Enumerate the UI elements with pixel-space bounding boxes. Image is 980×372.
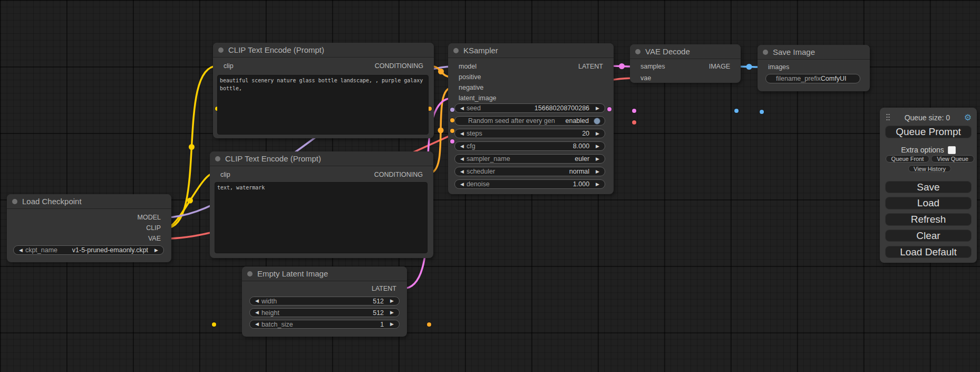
node-title: Save Image <box>773 47 815 56</box>
node-graph-canvas[interactable]: CLIP Text Encode (Prompt) clip CONDITION… <box>0 0 980 372</box>
sampler-name-widget[interactable]: ◀ sampler_name euler ▶ <box>454 154 605 164</box>
latent-output-port[interactable] <box>607 107 612 111</box>
node-header[interactable]: KSampler <box>448 43 614 58</box>
node-title: Load Checkpoint <box>22 197 82 206</box>
extra-options-label: Extra options <box>901 146 944 154</box>
increment-arrow-icon[interactable]: ▶ <box>594 106 601 111</box>
collapse-dot-icon[interactable] <box>247 271 253 276</box>
settings-gear-icon[interactable]: ⚙ <box>964 113 972 122</box>
node-ksampler[interactable]: KSampler model LATENT positive negative … <box>448 43 614 194</box>
cfg-widget[interactable]: ◀ cfg 8.000 ▶ <box>454 141 605 151</box>
clear-button[interactable]: Clear <box>885 230 972 242</box>
increment-arrow-icon[interactable]: ▶ <box>594 131 601 136</box>
random-seed-toggle-widget[interactable]: Random seed after every gen enabled <box>454 116 605 126</box>
load-button[interactable]: Load <box>885 197 972 209</box>
widget-label: sampler_name <box>465 155 510 163</box>
node-save-image[interactable]: Save Image images filename_prefix ComfyU… <box>758 45 870 91</box>
widget-value: 20 <box>582 130 594 137</box>
save-button[interactable]: Save <box>885 181 972 193</box>
collapse-dot-icon[interactable] <box>453 48 459 53</box>
collapse-dot-icon[interactable] <box>12 199 17 204</box>
image-output-port[interactable] <box>734 109 739 113</box>
refresh-button[interactable]: Refresh <box>885 213 972 226</box>
model-input-port[interactable] <box>450 108 454 112</box>
node-header[interactable]: CLIP Text Encode (Prompt) <box>213 43 434 58</box>
node-empty-latent-image[interactable]: Empty Latent Image LATENT ◀ width 512 ▶ … <box>242 266 407 337</box>
widget-label: denoise <box>465 180 490 188</box>
node-header[interactable]: Empty Latent Image <box>242 266 407 281</box>
decrement-arrow-icon[interactable]: ◀ <box>459 131 465 136</box>
drag-handle-icon[interactable] <box>886 114 890 122</box>
ckpt-name-widget[interactable]: ◀ ckpt_name v1-5-pruned-emaonly.ckpt ▶ <box>13 245 164 255</box>
decrement-arrow-icon[interactable]: ◀ <box>17 248 24 253</box>
decrement-arrow-icon[interactable]: ◀ <box>459 169 465 174</box>
clip-input-port[interactable] <box>212 322 216 327</box>
widget-value: normal <box>569 168 594 175</box>
positive-prompt-textarea[interactable]: beautiful scenery nature glass bottle la… <box>217 75 429 135</box>
decrement-arrow-icon[interactable]: ◀ <box>459 157 465 161</box>
increment-arrow-icon[interactable]: ▶ <box>594 169 601 174</box>
output-slot-label: LATENT <box>372 285 400 292</box>
widget-label: seed <box>465 104 481 112</box>
decrement-arrow-icon[interactable]: ◀ <box>254 299 260 303</box>
decrement-arrow-icon[interactable]: ◀ <box>459 182 465 187</box>
queue-prompt-button[interactable]: Queue Prompt <box>885 126 972 138</box>
node-header[interactable]: Save Image <box>758 45 870 60</box>
widget-value: v1-5-pruned-emaonly.ckpt <box>72 246 153 254</box>
increment-arrow-icon[interactable]: ▶ <box>594 182 601 187</box>
node-load-checkpoint[interactable]: Load Checkpoint MODEL CLIP VAE ◀ ckpt_na… <box>7 194 171 262</box>
widget-value: euler <box>575 155 594 163</box>
filename-prefix-widget[interactable]: filename_prefix ComfyUI <box>765 74 860 83</box>
widget-value: 512 <box>373 309 389 317</box>
view-queue-button[interactable]: View Queue <box>931 155 974 163</box>
collapse-dot-icon[interactable] <box>635 49 641 54</box>
increment-arrow-icon[interactable]: ▶ <box>389 322 395 327</box>
view-history-button[interactable]: View History <box>908 165 951 172</box>
collapse-dot-icon[interactable] <box>215 156 220 161</box>
toggle-on-icon[interactable] <box>594 118 600 125</box>
collapse-dot-icon[interactable] <box>218 47 224 53</box>
link-midpoint-dot <box>746 64 752 70</box>
conditioning-output-port[interactable] <box>427 322 431 327</box>
node-header[interactable]: CLIP Text Encode (Prompt) <box>210 151 433 166</box>
node-header[interactable]: VAE Decode <box>630 44 741 59</box>
increment-arrow-icon[interactable]: ▶ <box>389 310 395 315</box>
widget-label: batch_size <box>260 321 293 328</box>
width-widget[interactable]: ◀ width 512 ▶ <box>249 297 400 306</box>
load-default-button[interactable]: Load Default <box>885 246 972 258</box>
increment-arrow-icon[interactable]: ▶ <box>153 248 160 253</box>
input-slot-label: positive <box>455 73 481 81</box>
samples-input-port[interactable] <box>632 109 636 113</box>
latent-image-input-port[interactable] <box>450 139 454 144</box>
batch-size-widget[interactable]: ◀ batch_size 1 ▶ <box>249 320 400 329</box>
denoise-widget[interactable]: ◀ denoise 1.000 ▶ <box>454 179 605 189</box>
increment-arrow-icon[interactable]: ▶ <box>389 299 395 303</box>
collapse-dot-icon[interactable] <box>763 50 768 55</box>
steps-widget[interactable]: ◀ steps 20 ▶ <box>454 129 605 138</box>
increment-arrow-icon[interactable]: ▶ <box>594 144 601 149</box>
height-widget[interactable]: ◀ height 512 ▶ <box>249 308 400 317</box>
extra-options-checkbox[interactable] <box>948 146 956 154</box>
queue-front-button[interactable]: Queue Front <box>886 155 929 163</box>
widget-label: ckpt_name <box>24 246 57 254</box>
node-header[interactable]: Load Checkpoint <box>7 194 171 209</box>
negative-input-port[interactable] <box>450 129 454 133</box>
positive-input-port[interactable] <box>450 118 454 122</box>
decrement-arrow-icon[interactable]: ◀ <box>459 144 465 149</box>
scheduler-widget[interactable]: ◀ scheduler normal ▶ <box>454 167 605 176</box>
output-slot-label: IMAGE <box>709 63 733 70</box>
seed-widget[interactable]: ◀ seed 156680208700286 ▶ <box>454 103 605 113</box>
vae-input-port[interactable] <box>632 120 636 125</box>
node-clip-text-encode-negative[interactable]: CLIP Text Encode (Prompt) clip CONDITION… <box>210 151 433 258</box>
decrement-arrow-icon[interactable]: ◀ <box>459 106 465 111</box>
decrement-arrow-icon[interactable]: ◀ <box>254 310 260 315</box>
negative-prompt-textarea[interactable]: text, watermark <box>215 182 428 253</box>
increment-arrow-icon[interactable]: ▶ <box>594 157 601 161</box>
decrement-arrow-icon[interactable]: ◀ <box>254 322 260 327</box>
node-vae-decode[interactable]: VAE Decode samples IMAGE vae <box>630 44 741 83</box>
images-input-port[interactable] <box>760 110 764 114</box>
link-midpoint-dot <box>619 63 625 69</box>
input-slot-label: latent_image <box>455 94 497 102</box>
output-slot-label: CONDITIONING <box>375 62 426 70</box>
node-clip-text-encode-positive[interactable]: CLIP Text Encode (Prompt) clip CONDITION… <box>213 43 434 138</box>
